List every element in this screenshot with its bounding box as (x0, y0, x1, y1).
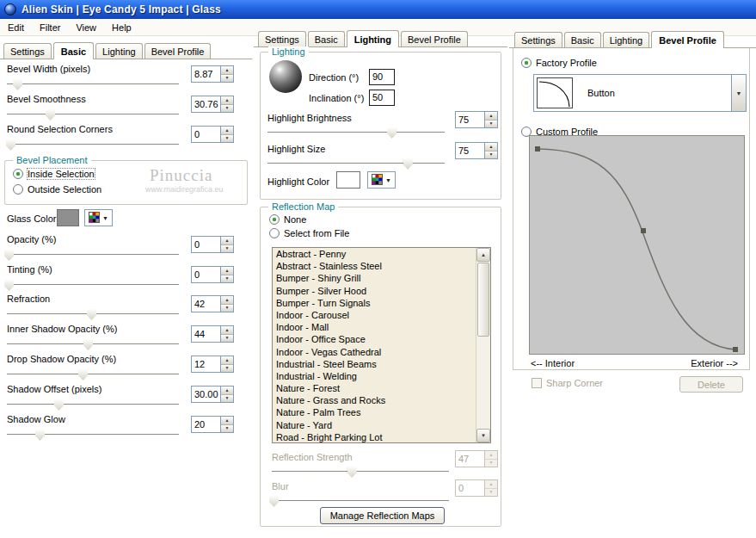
spin-up-button[interactable]: ▲ (485, 143, 497, 152)
spin-up-button[interactable]: ▲ (221, 386, 233, 395)
reflection-strength-slider[interactable] (272, 466, 449, 478)
bevel-smoothness-value[interactable]: 30.76 (192, 96, 220, 112)
spin-down-button[interactable]: ▼ (221, 275, 233, 283)
inside-selection-option[interactable]: Inside Selection (13, 169, 95, 179)
menu-edit[interactable]: Edit (0, 20, 32, 35)
curve-point-end[interactable] (733, 347, 738, 352)
highlight-brightness-value[interactable]: 75 (456, 112, 484, 127)
blur-slider[interactable] (272, 495, 449, 507)
slider-thumb[interactable] (35, 430, 45, 441)
spin-up-button[interactable]: ▲ (221, 96, 233, 105)
reflection-none-label[interactable]: None (284, 214, 306, 225)
spin-down-button[interactable]: ▼ (485, 152, 497, 159)
list-scrollbar[interactable]: ▲ ▼ (476, 248, 490, 442)
reflection-map-item[interactable]: Road - Bright Parking Lot (273, 431, 476, 443)
drop-shadow-spinner[interactable]: 12 ▲ ▼ (191, 356, 234, 373)
outside-selection-option[interactable]: Outside Selection (13, 184, 101, 195)
left-tab-bevel-profile[interactable]: Bevel Profile (144, 43, 212, 59)
scrollbar-thumb[interactable] (477, 263, 489, 337)
spin-down-button[interactable]: ▼ (221, 335, 233, 343)
shadow-offset-value[interactable]: 30.00 (192, 386, 220, 402)
slider-thumb[interactable] (4, 280, 14, 291)
right-tab-lighting[interactable]: Lighting (603, 32, 650, 47)
left-tab-lighting[interactable]: Lighting (95, 43, 143, 59)
highlight-size-spinner[interactable]: 75 ▲ ▼ (455, 142, 498, 159)
reflection-map-item[interactable]: Indoor - Office Space (273, 333, 476, 345)
spin-up-button[interactable]: ▲ (221, 326, 233, 335)
right-tab-basic[interactable]: Basic (564, 32, 601, 47)
inclination-input[interactable]: 50 (369, 90, 395, 106)
slider-thumb[interactable] (403, 158, 413, 170)
shadow-glow-value[interactable]: 20 (192, 417, 220, 432)
highlight-brightness-slider[interactable] (267, 127, 445, 139)
spin-up-button[interactable]: ▲ (221, 296, 233, 305)
spin-down-button[interactable]: ▼ (221, 75, 233, 83)
inside-selection-radio[interactable] (13, 169, 23, 179)
right-tab-bevel-profile[interactable]: Bevel Profile (651, 31, 724, 48)
slider-thumb[interactable] (387, 127, 396, 139)
reflection-map-item[interactable]: Nature - Yard (273, 419, 476, 431)
reflection-map-item[interactable]: Abstract - Stainless Steel (273, 260, 476, 272)
factory-profile-label[interactable]: Factory Profile (536, 58, 597, 68)
highlight-brightness-spinner[interactable]: 75 ▲ ▼ (455, 111, 498, 128)
menu-filter[interactable]: Filter (32, 20, 68, 35)
scroll-down-button[interactable]: ▼ (476, 429, 490, 442)
highlight-size-slider[interactable] (267, 158, 445, 170)
reflection-map-list[interactable]: Abstract - PennyAbstract - Stainless Ste… (272, 247, 491, 443)
round-corners-slider[interactable] (7, 139, 179, 151)
reflection-map-item[interactable]: Indoor - Mall (273, 321, 476, 333)
spin-up-button[interactable]: ▲ (221, 127, 233, 135)
profile-dropdown-button[interactable]: ▼ (731, 75, 746, 111)
highlight-size-value[interactable]: 75 (456, 143, 484, 158)
tinting-slider[interactable] (7, 279, 179, 291)
reflection-none-radio[interactable] (269, 214, 280, 225)
inner-shadow-value[interactable]: 44 (192, 326, 220, 342)
highlight-color-dropdown[interactable]: ▼ (367, 171, 396, 189)
shadow-offset-spinner[interactable]: 30.00 ▲ ▼ (191, 386, 234, 403)
highlight-color-swatch[interactable] (336, 171, 360, 189)
reflection-none-option[interactable]: None (269, 214, 306, 225)
reflection-file-option[interactable]: Select from File (269, 228, 349, 238)
middle-tab-settings[interactable]: Settings (258, 31, 306, 46)
reflection-map-item[interactable]: Nature - Forest (273, 382, 476, 394)
spin-up-button[interactable]: ▲ (221, 267, 233, 275)
inside-selection-label[interactable]: Inside Selection (28, 169, 95, 179)
spin-down-button[interactable]: ▼ (221, 395, 233, 403)
scrollbar-track[interactable] (476, 337, 490, 429)
direction-input[interactable]: 90 (369, 69, 395, 85)
opacity-value[interactable]: 0 (192, 237, 220, 252)
round-corners-spinner[interactable]: 0 ▲ ▼ (191, 126, 234, 143)
slider-thumb[interactable] (54, 399, 64, 411)
reflection-map-item[interactable]: Industrial - Steel Beams (273, 358, 476, 370)
slider-thumb[interactable] (4, 250, 14, 261)
inner-shadow-slider[interactable] (7, 338, 179, 350)
factory-profile-radio[interactable] (521, 58, 532, 68)
bevel-width-slider[interactable] (7, 78, 179, 90)
reflection-map-item[interactable]: Abstract - Penny (273, 248, 476, 260)
curve-point-middle[interactable] (641, 228, 646, 233)
reflection-file-radio[interactable] (269, 228, 280, 238)
bevel-width-spinner[interactable]: 8.87 ▲ ▼ (191, 65, 234, 83)
outside-selection-radio[interactable] (13, 184, 23, 195)
spin-up-button[interactable]: ▲ (485, 112, 497, 121)
refraction-slider[interactable] (7, 308, 179, 320)
slider-thumb[interactable] (87, 309, 96, 320)
glass-color-swatch[interactable] (57, 209, 79, 226)
inner-shadow-spinner[interactable]: 44 ▲ ▼ (191, 325, 234, 343)
drop-shadow-slider[interactable] (7, 368, 179, 380)
refraction-value[interactable]: 42 (192, 296, 220, 312)
menu-help[interactable]: Help (104, 20, 139, 35)
curve-point-start[interactable] (535, 146, 540, 152)
spin-down-button[interactable]: ▼ (221, 305, 233, 312)
scroll-up-button[interactable]: ▲ (476, 248, 490, 262)
spin-up-button[interactable]: ▲ (221, 237, 233, 245)
middle-tab-basic[interactable]: Basic (308, 31, 345, 46)
slider-thumb[interactable] (6, 139, 15, 151)
reflection-map-item[interactable]: Nature - Palm Trees (273, 406, 476, 418)
profile-select[interactable]: Button ▼ (533, 74, 747, 112)
left-tab-settings[interactable]: Settings (3, 43, 52, 59)
left-tab-basic[interactable]: Basic (53, 42, 94, 59)
slider-thumb[interactable] (78, 369, 88, 380)
bevel-width-value[interactable]: 8.87 (192, 66, 220, 82)
middle-tab-lighting[interactable]: Lighting (347, 30, 399, 47)
